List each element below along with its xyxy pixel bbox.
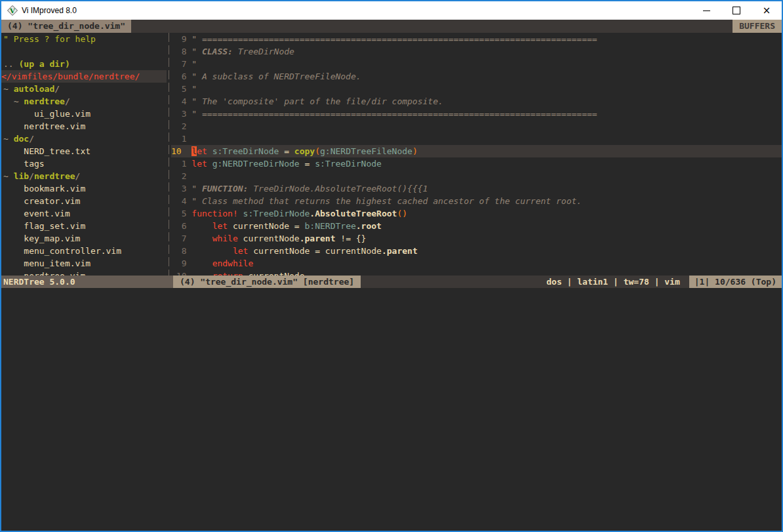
line-number: 10 (171, 271, 191, 276)
tree-item[interactable]: ui_glue.vim (1, 108, 167, 120)
nerdtree-status: NERDTree 5.0.0 (1, 276, 173, 288)
tree-item[interactable]: " Press ? for help (1, 33, 167, 45)
line-number: 7 (171, 59, 191, 69)
tree-item[interactable]: creator.vim (1, 195, 167, 207)
syntax-token: let (233, 246, 248, 256)
syntax-token: lib (14, 171, 29, 181)
editor-panel: 9 " ====================================… (171, 33, 782, 276)
code-line[interactable]: 6 let currentNode = b:NERDTree.root (171, 220, 782, 232)
syntax-token: creator.vim (3, 196, 80, 206)
code-line[interactable]: 1 (171, 133, 782, 145)
syntax-token: s:TreeDirNode (212, 146, 279, 156)
syntax-token (207, 159, 212, 169)
code-line[interactable]: 3 " FUNCTION: TreeDirNode.AbsoluteTreeRo… (171, 182, 782, 195)
syntax-token: / (75, 171, 81, 181)
code-line[interactable]: 8 let currentNode = currentNode.parent (171, 245, 782, 257)
syntax-token: function! (191, 209, 237, 218)
tree-item[interactable]: event.vim (1, 207, 167, 220)
tree-item[interactable]: nerdtree.vim (1, 120, 167, 133)
syntax-token: ~ (3, 171, 14, 181)
tree-root-item[interactable]: </vimfiles/bundle/nerdtree/ (1, 70, 167, 83)
syntax-token: nerdtree (34, 171, 75, 181)
syntax-token: copy (294, 146, 315, 156)
code-line[interactable]: 6 " A subclass of NERDTreeFileNode. (171, 70, 782, 83)
tree-item[interactable]: menu_controller.vim (1, 245, 167, 257)
tree-item[interactable] (1, 45, 167, 58)
syntax-token: / (29, 134, 34, 144)
syntax-token: g:NERDTreeFileNode (320, 146, 412, 156)
syntax-token: .AbsoluteTreeRoot (310, 209, 397, 218)
syntax-token: " Press ? for help (3, 34, 96, 44)
code-line[interactable]: 8 " CLASS: TreeDirNode (171, 45, 782, 58)
tree-item[interactable]: flag_set.vim (1, 220, 167, 232)
tree-item[interactable]: nerdtree.vim (1, 270, 167, 276)
syntax-token: b:NERDTree (305, 221, 356, 231)
syntax-token: autoload (14, 84, 55, 94)
vim-app-icon: V (7, 5, 18, 16)
syntax-token: (up a dir) (18, 59, 70, 69)
code-line[interactable]: 2 (171, 120, 782, 133)
editor-area: " Press ? for help.. (up a dir)</vimfile… (1, 33, 782, 276)
code-line[interactable]: 3 " ====================================… (171, 108, 782, 120)
syntax-token: return (212, 271, 243, 276)
code-line[interactable]: 9 endwhile (171, 257, 782, 270)
tree-item[interactable]: ~ autoload/ (1, 83, 167, 95)
syntax-token: " A subclass of NERDTreeFileNode. (191, 72, 361, 81)
vim-window: V Vi IMproved 8.0 × (4) "tree_dir_node.v… (0, 0, 783, 532)
syntax-token: currentNode = currentNode (248, 246, 382, 256)
tree-item[interactable]: menu_item.vim (1, 257, 167, 270)
line-number: 3 (171, 184, 191, 194)
code-line[interactable]: 7 " (171, 58, 782, 70)
tree-item[interactable]: NERD_tree.txt (1, 145, 167, 157)
syntax-token: currentNode = (228, 221, 304, 231)
line-number: 6 (171, 221, 191, 231)
tree-item[interactable]: ~ doc/ (1, 133, 167, 145)
line-number: 8 (171, 47, 191, 56)
tree-item[interactable]: bookmark.vim (1, 182, 167, 195)
command-line[interactable] (1, 288, 782, 531)
syntax-token: .parent (382, 246, 418, 256)
buffer-tab[interactable]: (4) "tree_dir_node.vim" (1, 20, 131, 33)
line-number: 1 (171, 134, 191, 144)
tree-item[interactable]: key_map.vim (1, 232, 167, 245)
code-line[interactable]: 5 " (171, 83, 782, 95)
code-line[interactable]: 7 while currentNode.parent != {} (171, 232, 782, 245)
syntax-token: while (212, 234, 238, 243)
syntax-token: ~ (3, 134, 14, 144)
cursor-block: l (191, 146, 197, 156)
line-number: 7 (171, 234, 191, 243)
code-line[interactable]: 4 " The 'composite' part of the file/dir… (171, 95, 782, 108)
syntax-token (191, 221, 212, 231)
syntax-token (191, 234, 212, 243)
tree-item[interactable]: ~ nerdtree/ (1, 95, 167, 108)
syntax-token (238, 209, 243, 218)
syntax-token: bookmark.vim (3, 184, 85, 194)
syntax-token: menu_item.vim (3, 258, 90, 268)
close-button[interactable]: × (752, 1, 782, 20)
maximize-button[interactable] (721, 1, 752, 20)
syntax-token: s:TreeDirNode (243, 209, 310, 218)
line-number: 2 (171, 121, 191, 131)
tree-item[interactable]: .. (up a dir) (1, 58, 167, 70)
line-number: 8 (171, 246, 191, 256)
minimize-button[interactable] (691, 1, 721, 20)
code-line[interactable]: 1 let g:NERDTreeDirNode = s:TreeDirNode (171, 157, 782, 170)
code-line[interactable]: 5 function! s:TreeDirNode.AbsoluteTreeRo… (171, 207, 782, 220)
syntax-token: doc (14, 134, 29, 144)
code-line[interactable]: 2 (171, 170, 782, 182)
code-line[interactable]: 10 return currentNode (171, 270, 782, 276)
syntax-token: / (54, 84, 60, 94)
line-number: 9 (171, 34, 191, 44)
code-line[interactable]: 9 " ====================================… (171, 33, 782, 45)
syntax-token: g:NERDTreeDirNode (212, 159, 300, 169)
tree-item[interactable]: tags (1, 157, 167, 170)
window-separator[interactable] (167, 33, 171, 276)
syntax-token: / (29, 171, 34, 181)
code-line-current[interactable]: 10 let s:TreeDirNode = copy(g:NERDTreeFi… (171, 145, 782, 157)
syntax-token: FUNCTION: (202, 184, 248, 194)
code-line[interactable]: 4 " Class method that returns the highes… (171, 195, 782, 207)
syntax-token: key_map.vim (3, 234, 80, 243)
syntax-token: et (197, 146, 207, 156)
syntax-token: ~ (14, 96, 24, 106)
tree-item[interactable]: ~ lib/nerdtree/ (1, 170, 167, 182)
